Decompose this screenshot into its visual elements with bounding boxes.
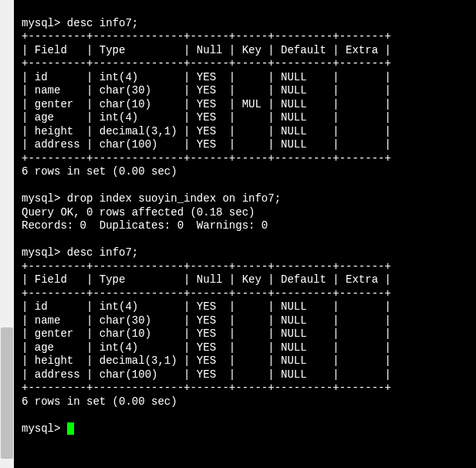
mysql-prompt: mysql> (22, 422, 60, 435)
table-border: +---------+--------------+------+-----+-… (22, 30, 391, 42)
table-row: | name | char(30) | YES | | NULL | | (22, 314, 391, 327)
table-row: | age | int(4) | YES | | NULL | | (22, 111, 391, 124)
rows-summary: 6 rows in set (0.00 sec) (22, 395, 177, 408)
table-border: +---------+--------------+------+-----+-… (22, 382, 391, 394)
table-row: | name | char(30) | YES | | NULL | | (22, 84, 391, 97)
table-row: | id | int(4) | YES | | NULL | | (22, 300, 391, 313)
command-drop-index: drop index suoyin_index on info7; (67, 192, 281, 205)
table-row: | address | char(100) | YES | | NULL | | (22, 368, 391, 381)
table-row: | genter | char(10) | YES | | NULL | | (22, 327, 391, 340)
table-border: +---------+--------------+------+-----+-… (22, 152, 391, 164)
mysql-prompt: mysql> (22, 246, 60, 259)
rows-summary: 6 rows in set (0.00 sec) (22, 165, 177, 178)
records-line: Records: 0 Duplicates: 0 Warnings: 0 (22, 219, 268, 232)
table-header-row: | Field | Type | Null | Key | Default | … (22, 44, 391, 56)
table-row: | address | char(100) | YES | | NULL | | (22, 138, 391, 151)
vertical-scrollbar[interactable] (0, 0, 14, 468)
table-border: +---------+--------------+------+-----+-… (22, 287, 391, 300)
command-desc-2: desc info7; (67, 246, 138, 259)
mysql-prompt: mysql> (22, 17, 60, 29)
cursor[interactable] (67, 422, 74, 435)
query-ok-line: Query OK, 0 rows affected (0.18 sec) (22, 206, 255, 219)
table-row: | genter | char(10) | YES | MUL | NULL |… (22, 98, 391, 110)
table-row: | age | int(4) | YES | | NULL | | (22, 341, 391, 354)
table-row: | height | decimal(3,1) | YES | | NULL |… (22, 354, 391, 367)
mysql-prompt: mysql> (22, 192, 60, 205)
table-row: | height | decimal(3,1) | YES | | NULL |… (22, 125, 391, 137)
terminal-output: mysql> desc info7; +---------+----------… (0, 3, 473, 436)
command-desc-1: desc info7; (67, 17, 138, 29)
table-border: +---------+--------------+------+-----+-… (22, 57, 391, 70)
table-row: | id | int(4) | YES | | NULL | | (22, 71, 391, 83)
scrollbar-thumb[interactable] (1, 327, 13, 459)
table-header-row: | Field | Type | Null | Key | Default | … (22, 273, 391, 286)
table-border: +---------+--------------+------+-----+-… (22, 260, 391, 273)
